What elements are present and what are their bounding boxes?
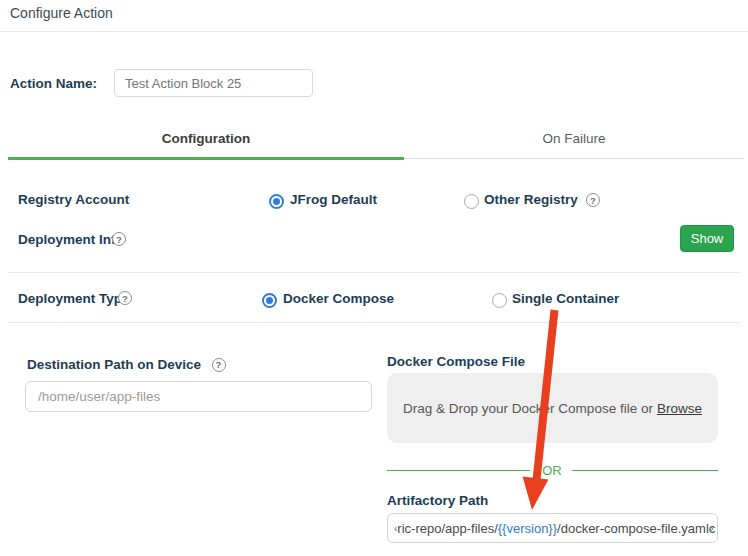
or-divider-line-right <box>572 470 718 471</box>
tab-configuration[interactable]: Configuration <box>8 131 404 146</box>
registry-account-label: Registry Account <box>18 192 129 207</box>
or-divider-line-left <box>387 470 530 471</box>
artifactory-path-suffix: /docker-compose-file.yaml <box>557 521 709 536</box>
radio-other-registry-label[interactable]: Other Registry <box>484 192 578 207</box>
deployment-info-label: Deployment Info <box>18 232 124 247</box>
artifactory-path-version-token: {{version}} <box>498 521 557 536</box>
active-tab-indicator <box>8 157 404 160</box>
section-divider-bottom <box>8 322 740 323</box>
show-button[interactable]: Show <box>680 225 734 252</box>
docker-compose-file-label: Docker Compose File <box>387 354 525 369</box>
or-divider-text: OR <box>532 463 572 478</box>
artifactory-path-prefix: ric-repo/app-files/ <box>397 521 497 536</box>
tab-bar-divider <box>404 158 744 159</box>
deployment-info-help-icon[interactable]: ? <box>112 232 126 246</box>
header-divider <box>0 31 748 32</box>
tab-on-failure[interactable]: On Failure <box>404 131 744 146</box>
browse-link[interactable]: Browse <box>657 401 702 416</box>
configure-action-panel: Configure Action Action Name: Configurat… <box>0 0 748 556</box>
page-title: Configure Action <box>10 5 113 21</box>
radio-other-registry[interactable] <box>464 194 479 209</box>
radio-single-container-label[interactable]: Single Container <box>512 291 619 306</box>
deployment-type-label: Deployment Type <box>18 291 130 306</box>
artifactory-path-label: Artifactory Path <box>387 493 488 508</box>
destination-path-label-row: Destination Path on Device ? <box>27 355 226 373</box>
action-name-input[interactable] <box>114 69 313 97</box>
action-name-label: Action Name: <box>10 76 97 91</box>
compose-file-dropzone[interactable]: Drag & Drop your Docker Compose file or … <box>387 373 718 443</box>
other-registry-help-icon[interactable]: ? <box>586 193 600 207</box>
artifactory-path-clip-right: › <box>710 523 713 534</box>
artifactory-path-input[interactable]: ‹ric-repo/app-files/{{version}}/docker-c… <box>387 513 718 543</box>
dropzone-text: Drag & Drop your Docker Compose file or <box>403 401 653 416</box>
radio-single-container[interactable] <box>492 293 507 308</box>
radio-docker-compose-label[interactable]: Docker Compose <box>283 291 394 306</box>
radio-docker-compose[interactable] <box>262 293 277 308</box>
destination-path-help-icon[interactable]: ? <box>212 358 226 372</box>
section-divider-top <box>8 272 740 273</box>
deployment-type-help-icon[interactable]: ? <box>118 291 132 305</box>
radio-jfrog-default[interactable] <box>269 194 284 209</box>
destination-path-input[interactable] <box>25 381 372 412</box>
destination-path-label: Destination Path on Device <box>27 357 201 372</box>
radio-jfrog-default-label[interactable]: JFrog Default <box>290 192 377 207</box>
